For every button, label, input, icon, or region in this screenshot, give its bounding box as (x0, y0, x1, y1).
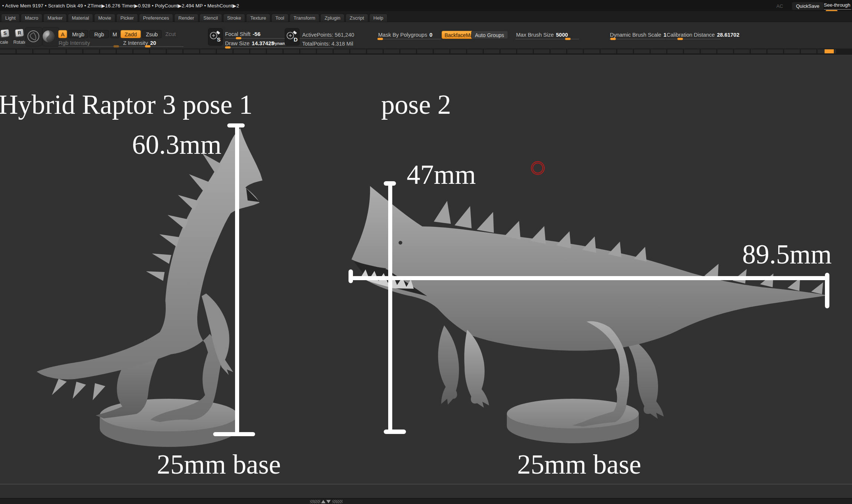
scrollbar-hatch-left[interactable] (310, 500, 320, 503)
a-button[interactable]: A (58, 30, 67, 38)
menu-item-macro[interactable]: Macro (21, 14, 42, 22)
tray-segment-active[interactable] (825, 49, 834, 53)
total-points: TotalPoints: 4.318 Mil (302, 41, 353, 47)
scale-label: cale (0, 40, 8, 45)
zadd-button[interactable]: Zadd (120, 30, 141, 38)
draw-brush-glyph: D (285, 29, 299, 44)
dynamic-brush-scale-track[interactable] (609, 39, 666, 39)
mask-polygroups-track[interactable] (377, 39, 441, 39)
zbrush-window: • Active Mem 9197 • Scratch Disk 49 • ZT… (0, 0, 852, 504)
menu-item-transform[interactable]: Transform (290, 14, 320, 22)
svg-text:S: S (217, 36, 221, 43)
material-sphere-icon[interactable] (42, 30, 55, 43)
active-points: ActivePoints: 561,240 (302, 32, 354, 38)
zcut-button[interactable]: Zcut (162, 30, 179, 38)
menu-item-picker[interactable]: Picker (116, 14, 138, 22)
bottom-bar (0, 498, 852, 504)
z-intensity-label: Z Intensity20 (123, 40, 156, 46)
dynamic-brush-scale-handle[interactable] (610, 38, 616, 40)
menu-item-tool[interactable]: Tool (271, 14, 288, 22)
see-through-slider[interactable]: See-through0 (824, 2, 851, 10)
m-button[interactable]: M (110, 30, 119, 38)
calibration-distance-handle[interactable] (677, 38, 683, 40)
see-through-label: See-through (824, 2, 851, 8)
rgb-intensity-handle[interactable] (113, 45, 119, 47)
tray-divider[interactable] (0, 49, 852, 55)
scrollbar-hatch-right[interactable] (332, 500, 343, 503)
intensity-track[interactable] (58, 46, 184, 47)
dynamic-brush-scale-label: Dynamic Brush Scale1 (610, 32, 667, 38)
calibration-distance-track[interactable] (666, 39, 721, 39)
menu-item-light[interactable]: Light (1, 14, 20, 22)
menu-item-help[interactable]: Help (369, 14, 387, 22)
toolbar: S cale R Rotate A Mrgb Rgb M Zadd Zsub Z… (0, 22, 852, 49)
auto-groups-button[interactable]: Auto Groups (471, 31, 508, 39)
svg-text:D: D (294, 36, 298, 43)
rotate-icon[interactable]: R (15, 29, 24, 37)
menu-item-stroke[interactable]: Stroke (223, 14, 245, 22)
mrgb-button[interactable]: Mrgb (68, 30, 88, 38)
rotate-label: Rotate (13, 40, 26, 45)
stroke-type-icon[interactable] (27, 30, 40, 43)
scale-icon[interactable]: S (1, 29, 9, 37)
menu-item-zscript[interactable]: Zscript (346, 14, 368, 22)
draw-size-track[interactable] (225, 47, 334, 48)
menu-item-texture[interactable]: Texture (246, 14, 270, 22)
calibration-distance-label: Calibration Distance28.61702 (667, 32, 739, 38)
document-canvas[interactable] (0, 55, 852, 484)
status-text: • Active Mem 9197 • Scratch Disk 49 • ZT… (2, 3, 239, 9)
focal-shift-label: Focal Shift-56 (225, 31, 260, 37)
lower-strip (0, 484, 852, 498)
menu-item-marker[interactable]: Marker (43, 14, 66, 22)
scroll-up-icon[interactable] (321, 500, 326, 503)
menu-bar: Light Macro Marker Material Movie Picker… (0, 11, 852, 22)
scroll-down-icon[interactable] (326, 500, 331, 503)
tray-segments (0, 49, 836, 53)
rgb-button[interactable]: Rgb (89, 30, 109, 38)
max-brush-size-handle[interactable] (565, 38, 571, 40)
mask-polygroups-handle[interactable] (377, 38, 383, 40)
focal-shift-handle[interactable] (236, 37, 241, 39)
menu-item-stencil[interactable]: Stencil (199, 14, 222, 22)
rgb-intensity-label: Rgb Intensity (59, 40, 90, 46)
zsub-button[interactable]: Zsub (142, 30, 162, 38)
z-intensity-handle[interactable] (145, 45, 151, 47)
menu-item-render[interactable]: Render (174, 14, 198, 22)
ac-label: AC (776, 3, 783, 9)
menu-item-movie[interactable]: Movie (94, 14, 115, 22)
menu-item-material[interactable]: Material (68, 14, 93, 22)
max-brush-size-label: Max Brush Size5000 (516, 32, 568, 38)
menu-item-zplugin[interactable]: Zplugin (320, 14, 344, 22)
mask-polygroups-label: Mask By Polygroups0 (378, 32, 432, 38)
quicksave-button[interactable]: QuickSave (792, 2, 823, 10)
sculpt-brush-glyph: S (209, 29, 222, 44)
menu-item-preferences[interactable]: Preferences (139, 14, 173, 22)
draw-size-label: Draw Size14.37425 (225, 40, 274, 46)
status-bar: • Active Mem 9197 • Scratch Disk 49 • ZT… (0, 0, 852, 11)
